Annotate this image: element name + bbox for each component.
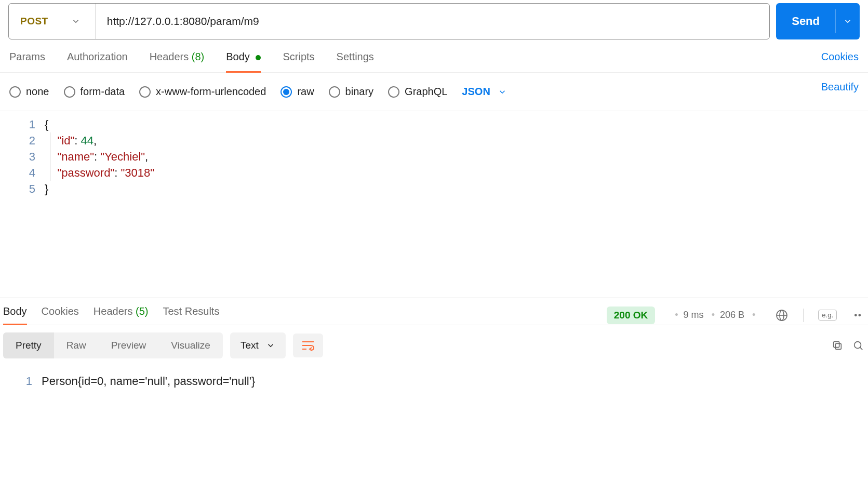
response-toolbar: Pretty Raw Preview Visualize Text [0, 325, 868, 366]
response-format-select[interactable]: Text [230, 332, 286, 358]
tab-headers-label: Headers [150, 51, 189, 62]
response-body-editor[interactable]: 1 Person{id=0, name='null', password='nu… [0, 366, 868, 415]
body-type-form-data[interactable]: form-data [64, 86, 125, 98]
view-visualize[interactable]: Visualize [158, 332, 223, 358]
view-preview[interactable]: Preview [99, 332, 159, 358]
response-tab-test-results[interactable]: Test Results [163, 305, 219, 325]
body-type-binary[interactable]: binary [329, 86, 373, 98]
chevron-down-icon [843, 17, 852, 26]
body-modified-indicator [256, 55, 261, 60]
chevron-down-icon [498, 87, 507, 97]
body-type-graphql[interactable]: GraphQL [388, 86, 447, 98]
svg-point-8 [854, 342, 861, 349]
copy-icon[interactable] [831, 339, 844, 352]
body-type-selector: none form-data x-www-form-urlencoded raw… [0, 73, 868, 111]
tab-body[interactable]: Body [226, 51, 261, 72]
svg-rect-6 [835, 343, 841, 349]
response-meta: •9 ms •206 B • [670, 310, 760, 321]
response-status: 200 OK [607, 307, 655, 324]
svg-line-9 [860, 348, 863, 350]
response-view-group: Pretty Raw Preview Visualize [3, 332, 223, 358]
response-tab-cookies[interactable]: Cookies [42, 305, 79, 325]
cookies-link[interactable]: Cookies [821, 51, 859, 72]
view-pretty[interactable]: Pretty [3, 332, 54, 358]
search-icon[interactable] [851, 339, 865, 352]
send-button-label: Send [792, 15, 820, 28]
request-body-editor[interactable]: 12345 { "id": 44, "name": "Yechiel", "pa… [0, 111, 868, 298]
beautify-button[interactable]: Beautify [821, 81, 859, 102]
save-example-button[interactable]: e.g. [818, 310, 837, 321]
request-url-input[interactable] [96, 4, 769, 39]
response-tab-headers[interactable]: Headers (5) [94, 305, 149, 325]
body-language-label: JSON [462, 86, 490, 98]
tab-params[interactable]: Params [9, 51, 45, 72]
tab-authorization[interactable]: Authorization [67, 51, 128, 72]
method-url-bar: POST [8, 3, 770, 39]
response-tab-body[interactable]: Body [3, 305, 27, 325]
http-method-label: POST [20, 16, 48, 27]
editor-code[interactable]: { "id": 44, "name": "Yechiel", "password… [45, 111, 868, 298]
tab-headers[interactable]: Headers (8) [150, 51, 205, 72]
tab-scripts[interactable]: Scripts [283, 51, 314, 72]
response-size: 206 B [720, 310, 744, 320]
body-type-x-www[interactable]: x-www-form-urlencoded [139, 86, 266, 98]
response-gutter: 1 [0, 368, 42, 394]
tab-settings[interactable]: Settings [337, 51, 374, 72]
request-tabs: Params Authorization Headers (8) Body Sc… [0, 43, 868, 73]
response-time: 9 ms [684, 310, 704, 320]
http-method-select[interactable]: POST [9, 4, 96, 39]
wrap-icon [301, 340, 315, 351]
globe-icon[interactable] [775, 309, 789, 322]
response-tab-headers-count: (5) [136, 305, 148, 317]
response-format-label: Text [241, 340, 259, 351]
tab-headers-count: (8) [192, 51, 204, 62]
response-tab-headers-label: Headers [94, 305, 133, 317]
chevron-down-icon [266, 341, 275, 350]
editor-gutter: 12345 [0, 111, 45, 298]
body-type-none[interactable]: none [9, 86, 49, 98]
more-icon[interactable]: •• [851, 309, 865, 322]
tab-body-label: Body [226, 51, 250, 62]
svg-rect-7 [834, 342, 839, 348]
body-language-select[interactable]: JSON [462, 86, 506, 98]
send-options-toggle[interactable] [836, 17, 860, 26]
body-type-raw[interactable]: raw [281, 86, 314, 98]
response-tabs: Body Cookies Headers (5) Test Results 20… [0, 298, 868, 325]
response-code: Person{id=0, name='null', password='null… [42, 368, 868, 394]
send-button[interactable]: Send [776, 3, 860, 39]
chevron-down-icon [71, 17, 81, 26]
view-raw[interactable]: Raw [54, 332, 99, 358]
separator [803, 309, 804, 322]
wrap-lines-button[interactable] [293, 334, 323, 357]
